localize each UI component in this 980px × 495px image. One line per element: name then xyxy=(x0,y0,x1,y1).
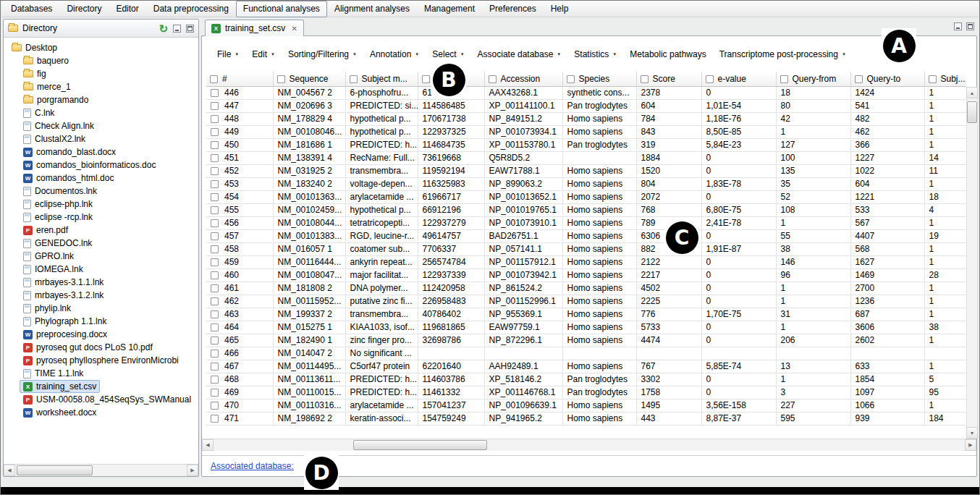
table-row[interactable]: 471NM_198692 2keratin-associ...154759249… xyxy=(206,412,966,425)
tree-item-worksheet-docx[interactable]: worksheet.docx xyxy=(4,406,198,419)
menu-item-databases[interactable]: Databases xyxy=(4,1,59,17)
row-checkbox[interactable] xyxy=(211,232,219,240)
menu-item-preferences[interactable]: Preferences xyxy=(482,1,544,17)
maximize-icon[interactable] xyxy=(186,25,194,33)
table-row[interactable]: 464NM_015275 1KIAA1033, isof...119681865… xyxy=(206,321,966,334)
tree-item-documentos-lnk[interactable]: Documentos.lnk xyxy=(4,185,198,198)
tree-item-genedoc-lnk[interactable]: GENEDOC.lnk xyxy=(4,237,198,250)
maximize-icon[interactable] xyxy=(966,22,974,30)
close-icon[interactable]: ✕ xyxy=(291,25,297,33)
row-checkbox[interactable] xyxy=(211,180,219,188)
toolbar-menu-edit[interactable]: Edit▼ xyxy=(245,46,282,62)
tree-item-fig[interactable]: fig xyxy=(4,67,198,80)
tree-item-preprocesing-docx[interactable]: preprocesing.docx xyxy=(4,328,198,341)
column-checkbox[interactable] xyxy=(489,75,497,83)
table-row[interactable]: 453NM_183240 2voltage-depen...116325983N… xyxy=(206,177,966,190)
row-checkbox[interactable] xyxy=(211,245,219,253)
tree-item-usm-00058-08-454seqsys-swmanual[interactable]: USM-00058.08_454SeqSys_SWManual xyxy=(4,393,198,406)
table-row[interactable]: 454NM_00101363...arylacetamide ...619667… xyxy=(206,190,966,203)
toolbar-menu-sorting-filtering[interactable]: Sorting/Filtering▼ xyxy=(282,46,363,62)
tree-item-pyroseq-gut-docs-plos-10-pdf[interactable]: pyroseq gut docs PLoS 10.pdf xyxy=(4,341,198,354)
table-row[interactable]: 447NM_020696 3PREDICTED: si...114586485X… xyxy=(206,99,966,112)
row-checkbox[interactable] xyxy=(211,350,219,358)
column-header-blank[interactable]: # xyxy=(206,72,273,86)
tree-item-eclipse-rcp-lnk[interactable]: eclipse -rcp.lnk xyxy=(4,211,198,224)
scroll-up-icon[interactable]: ▲ xyxy=(966,87,978,98)
toolbar-menu-statistics[interactable]: Statistics▼ xyxy=(567,46,623,62)
column-header-query-to[interactable]: Query-to xyxy=(850,72,924,86)
column-header-query-from[interactable]: Query-from xyxy=(776,72,850,86)
row-checkbox[interactable] xyxy=(211,206,219,214)
menu-item-directory[interactable]: Directory xyxy=(59,1,109,17)
table-row[interactable]: 457NM_00101383...RGD, leucine-r...496147… xyxy=(206,229,966,242)
row-checkbox[interactable] xyxy=(211,402,219,410)
column-header-subject-m[interactable]: Subject m... xyxy=(345,72,418,86)
column-checkbox[interactable] xyxy=(929,75,937,83)
table-row[interactable]: 469NM_00110015...PREDICTED: h...11461332… xyxy=(206,386,966,399)
tree-item-phylip-lnk[interactable]: phylip.lnk xyxy=(4,302,198,315)
row-checkbox[interactable] xyxy=(211,389,219,397)
table-row[interactable]: 459NM_00116444...ankyrin repeat...256574… xyxy=(206,255,966,268)
tree-item-comandos-bioinformaticos-doc[interactable]: comandos_bioinformaticos.doc xyxy=(4,158,198,172)
row-checkbox[interactable] xyxy=(211,167,219,175)
menu-item-management[interactable]: Management xyxy=(417,1,482,17)
column-checkbox[interactable] xyxy=(855,75,863,83)
row-checkbox[interactable] xyxy=(211,102,219,110)
row-checkbox[interactable] xyxy=(211,284,219,292)
scroll-thumb[interactable] xyxy=(967,101,977,123)
row-checkbox[interactable] xyxy=(211,271,219,279)
toolbar-menu-file[interactable]: File▼ xyxy=(211,46,245,62)
toolbar-menu-associate-database[interactable]: Associate database▼ xyxy=(471,46,568,62)
tree-item-training-set-csv[interactable]: training_set.csv xyxy=(4,380,198,393)
table-row[interactable]: 462NM_00115952...putative zinc fi...2269… xyxy=(206,295,966,308)
table-hscrollbar[interactable]: ◀ ▶ xyxy=(202,439,976,451)
column-checkbox[interactable] xyxy=(350,75,358,83)
tree-item-gpro-lnk[interactable]: GPRO.lnk xyxy=(4,250,198,263)
table-row[interactable]: 468NM_00113611...PREDICTED: h...11460378… xyxy=(206,373,966,386)
row-checkbox[interactable] xyxy=(211,337,219,344)
table-row[interactable]: 448NM_178829 4hypothetical p...170671738… xyxy=(206,112,966,125)
column-header-sequence[interactable]: Sequence xyxy=(273,72,345,86)
column-checkbox[interactable] xyxy=(277,75,285,83)
menu-item-help[interactable]: Help xyxy=(544,1,576,17)
menu-item-editor[interactable]: Editor xyxy=(109,1,145,17)
tree-item-pyroseq-phyllosphere-environmicrobi[interactable]: pyroseq phyllosphere EnvironMicrobi xyxy=(4,354,198,367)
table-row[interactable]: 470NM_00110316...arylacetamide ...157041… xyxy=(206,399,966,412)
row-checkbox[interactable] xyxy=(211,297,219,305)
tree-item-mrbayes-3-1-1-lnk[interactable]: mrbayes-3.1.1.lnk xyxy=(4,276,198,289)
scroll-left-icon[interactable]: ◀ xyxy=(4,465,15,476)
menu-item-alignment-analyses[interactable]: Alignment analyses xyxy=(327,1,417,17)
table-row[interactable]: 450NM_181686 1PREDICTED: h...114684735XP… xyxy=(206,138,966,151)
menu-item-data-preprocessing[interactable]: Data preprocessing xyxy=(146,1,236,17)
row-checkbox[interactable] xyxy=(211,310,219,318)
table-row[interactable]: 460NM_00108047...major facilitat...12293… xyxy=(206,268,966,282)
tree-item-iomega-lnk[interactable]: IOMEGA.lnk xyxy=(4,263,198,276)
table-row[interactable]: 466NM_014047 2No significant ... xyxy=(206,347,966,360)
scroll-thumb[interactable] xyxy=(353,440,487,450)
toolbar-menu-metabolic-pathways[interactable]: Metabolic pathways xyxy=(623,46,712,62)
tree-item-desktop[interactable]: Desktop xyxy=(4,41,198,54)
tree-item-c-lnk[interactable]: C.lnk xyxy=(4,106,198,119)
table-row[interactable]: 456NM_00108044...tetratricopepti...12293… xyxy=(206,216,966,229)
tree-item-comandos-html-doc[interactable]: comandos_html.doc xyxy=(4,172,198,185)
column-checkbox[interactable] xyxy=(706,75,714,83)
refresh-icon[interactable]: ↻ xyxy=(159,23,168,34)
row-checkbox[interactable] xyxy=(211,115,219,123)
table-row[interactable]: 465NM_182490 1zinc finger pro...32698786… xyxy=(206,334,966,347)
row-checkbox[interactable] xyxy=(211,323,219,331)
row-checkbox[interactable] xyxy=(211,258,219,266)
tree-item-mrbayes-3-1-2-lnk[interactable]: mrbayes-3.1.2.lnk xyxy=(4,289,198,302)
tab-training-set-csv[interactable]: training_set.csv ✕ xyxy=(205,20,304,36)
column-checkbox[interactable] xyxy=(780,75,788,83)
column-header-score[interactable]: Score xyxy=(636,72,701,86)
tree-item-eclipse-php-lnk[interactable]: eclipse-php.lnk xyxy=(4,198,198,211)
row-checkbox[interactable] xyxy=(211,415,219,423)
column-checkbox[interactable] xyxy=(641,75,649,83)
minimize-icon[interactable] xyxy=(173,25,181,33)
row-checkbox[interactable] xyxy=(211,89,219,97)
toolbar-menu-transcriptome-post-processing[interactable]: Transcriptome post-processing▼ xyxy=(713,46,853,62)
tree-item-phylograph-1-1-lnk[interactable]: Phylograph 1.1.lnk xyxy=(4,315,198,328)
tree-item-comando-blast-docx[interactable]: comando_blast.docx xyxy=(4,145,198,158)
scroll-right-icon[interactable]: ▶ xyxy=(187,465,198,476)
tree-item-clustalx2-lnk[interactable]: ClustalX2.lnk xyxy=(4,132,198,145)
